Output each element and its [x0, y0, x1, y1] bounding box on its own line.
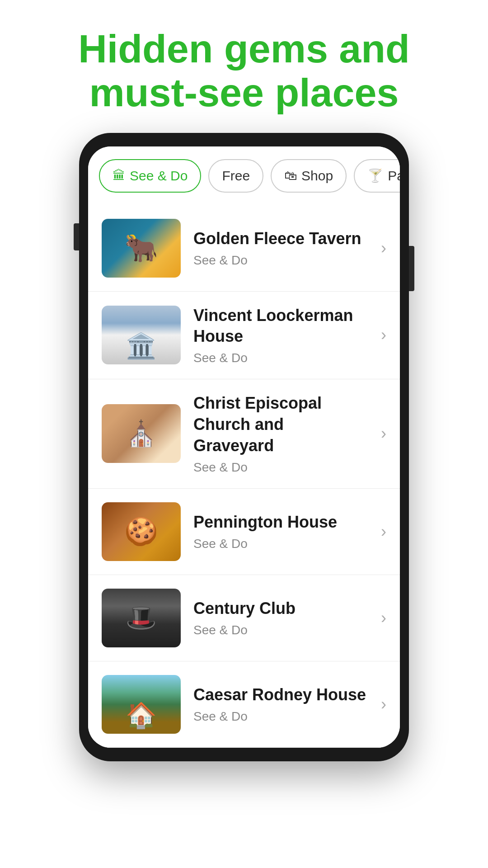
place-info: Caesar Rodney House See & Do	[193, 684, 368, 724]
place-thumbnail	[102, 675, 181, 734]
tab-shop[interactable]: 🛍 Shop	[271, 159, 347, 193]
place-category: See & Do	[193, 537, 368, 551]
tab-free-label: Free	[222, 168, 250, 184]
place-thumbnail	[102, 502, 181, 561]
list-item[interactable]: Golden Fleece Tavern See & Do ›	[88, 205, 400, 292]
chevron-right-icon: ›	[381, 695, 386, 714]
chevron-right-icon: ›	[381, 326, 386, 344]
list-item[interactable]: Century Club See & Do ›	[88, 575, 400, 661]
place-name: Vincent Loockerman House	[193, 305, 368, 348]
tab-see-do-icon: 🏛	[113, 168, 125, 183]
list-item[interactable]: Christ Episcopal Church and Graveyard Se…	[88, 379, 400, 488]
place-thumbnail	[102, 306, 181, 364]
place-category: See & Do	[193, 253, 368, 268]
list-item[interactable]: Vincent Loockerman House See & Do ›	[88, 292, 400, 380]
tab-party-icon: 🍸	[367, 168, 383, 183]
place-category: See & Do	[193, 460, 368, 475]
place-info: Century Club See & Do	[193, 598, 368, 637]
place-name: Caesar Rodney House	[193, 684, 368, 706]
page-header: Hidden gems and must-see places	[0, 0, 488, 133]
filter-tabs: 🏛 See & Do Free 🛍 Shop 🍸 Party ··· Other	[88, 146, 400, 205]
list-item[interactable]: Caesar Rodney House See & Do ›	[88, 661, 400, 748]
chevron-right-icon: ›	[381, 424, 386, 443]
phone-wrapper: 🏛 See & Do Free 🛍 Shop 🍸 Party ··· Other	[0, 133, 488, 788]
place-category: See & Do	[193, 351, 368, 365]
place-name: Pennington House	[193, 512, 368, 533]
tab-shop-icon: 🛍	[284, 168, 297, 183]
tab-shop-label: Shop	[301, 168, 333, 184]
phone-screen: 🏛 See & Do Free 🛍 Shop 🍸 Party ··· Other	[88, 146, 400, 748]
list-item[interactable]: Pennington House See & Do ›	[88, 489, 400, 575]
tab-free[interactable]: Free	[208, 159, 263, 193]
tab-see-do-label: See & Do	[130, 168, 188, 184]
page-title: Hidden gems and must-see places	[27, 27, 461, 115]
place-category: See & Do	[193, 623, 368, 637]
place-category: See & Do	[193, 709, 368, 724]
place-list: Golden Fleece Tavern See & Do › Vincent …	[88, 205, 400, 748]
place-name: Christ Episcopal Church and Graveyard	[193, 393, 368, 456]
phone-frame: 🏛 See & Do Free 🛍 Shop 🍸 Party ··· Other	[79, 133, 409, 761]
place-thumbnail	[102, 589, 181, 647]
tab-party-label: Party	[388, 168, 400, 184]
place-info: Vincent Loockerman House See & Do	[193, 305, 368, 366]
place-thumbnail	[102, 219, 181, 278]
place-thumbnail	[102, 404, 181, 463]
chevron-right-icon: ›	[381, 609, 386, 627]
chevron-right-icon: ›	[381, 522, 386, 541]
place-name: Golden Fleece Tavern	[193, 228, 368, 250]
place-info: Golden Fleece Tavern See & Do	[193, 228, 368, 268]
place-name: Century Club	[193, 598, 368, 619]
tab-party[interactable]: 🍸 Party	[354, 159, 400, 193]
place-info: Christ Episcopal Church and Graveyard Se…	[193, 393, 368, 474]
tab-see-do[interactable]: 🏛 See & Do	[99, 159, 201, 193]
place-info: Pennington House See & Do	[193, 512, 368, 551]
chevron-right-icon: ›	[381, 239, 386, 258]
